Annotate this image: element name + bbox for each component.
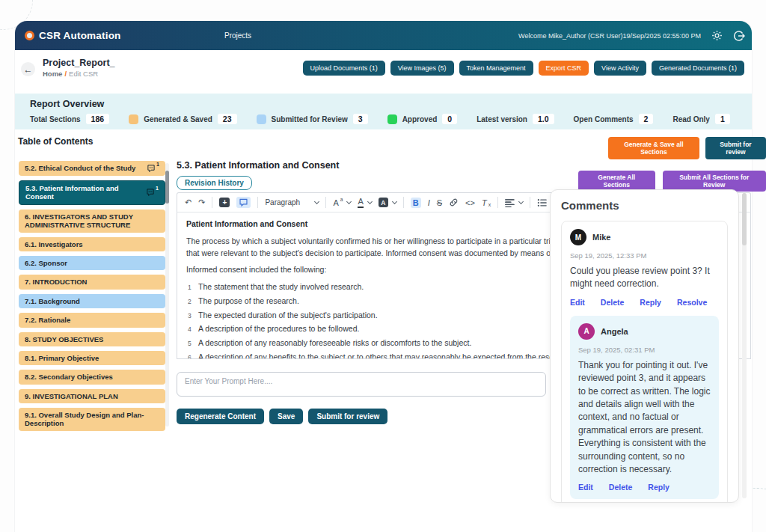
clear-formatting-icon[interactable]: Tx	[482, 198, 491, 207]
stat-read-only: Read Only 1	[672, 114, 729, 124]
table-of-contents: 5.2. Ethical Conduct of the Study 1 5.3.…	[19, 161, 165, 431]
toc-item-8-1[interactable]: 8.1. Primary Objective	[19, 351, 165, 365]
font-color-dropdown[interactable]: A	[358, 198, 371, 208]
brand: CSR Automation	[25, 30, 121, 41]
delete-link[interactable]: Delete	[609, 483, 633, 492]
comment-author: Angela	[601, 327, 628, 336]
welcome-text: Welcome Mike_Author (CSR User)19/Sep/202…	[518, 32, 701, 40]
submit-all-sections-button[interactable]: Submit All Sections for Review	[663, 171, 766, 192]
comment-text: Could you please review point 3? It migh…	[570, 265, 719, 291]
logout-icon[interactable]	[732, 29, 746, 43]
comment-text: Thank you for pointing it out. I've revi…	[578, 359, 711, 477]
avatar: M	[570, 229, 586, 245]
toc-item-7[interactable]: 7. INTRODUCTION	[19, 275, 165, 289]
stat-value: 1	[715, 114, 730, 124]
undo-icon[interactable]: ↶	[185, 198, 192, 207]
toc-item-5-3-selected[interactable]: 5.3. Patient Information and Consent 1	[19, 180, 165, 205]
generate-all-sections-button[interactable]: Generate All Sections	[578, 171, 655, 192]
view-images-button[interactable]: View Images (5)	[390, 61, 454, 76]
reply-link[interactable]: Reply	[648, 483, 670, 492]
stat-value: 186	[86, 114, 110, 124]
toc-item-7-1[interactable]: 7.1. Background	[19, 294, 165, 308]
toc-item-9[interactable]: 9. INVESTIGATIONAL PLAN	[19, 389, 165, 403]
back-button[interactable]: ←	[21, 62, 35, 76]
toc-item-6[interactable]: 6. INVESTIGATORS AND STUDY ADMINISTRATIV…	[19, 210, 165, 233]
submit-for-review-button[interactable]: Submit for review	[705, 137, 766, 159]
panel-scrollbar-thumb[interactable]	[742, 193, 747, 245]
breadcrumb-home[interactable]: Home	[43, 70, 62, 78]
toc-comment-count: 1	[156, 186, 159, 192]
nav-projects-link[interactable]: Projects	[224, 31, 251, 40]
generate-save-all-button[interactable]: Generate & Save all Sections	[608, 137, 699, 159]
edit-link[interactable]: Edit	[570, 298, 585, 307]
token-management-button[interactable]: Token Management	[459, 61, 533, 76]
stat-value: 1.0	[533, 114, 554, 124]
generated-swatch	[129, 114, 138, 124]
comment-bubble-icon	[147, 164, 156, 173]
avatar: A	[578, 323, 595, 340]
align-dropdown[interactable]	[505, 198, 523, 207]
add-comment-icon[interactable]: +	[219, 198, 230, 207]
strikethrough-icon[interactable]: S	[437, 198, 442, 207]
header-actions: Upload Documents (1) View Images (5) Tok…	[303, 61, 744, 76]
toc-comment-count: 1	[156, 162, 159, 168]
submit-section-button[interactable]: Submit for review	[308, 409, 387, 424]
breadcrumb: Home/Edit CSR	[43, 70, 98, 78]
gear-icon[interactable]	[710, 29, 723, 43]
toc-item-9-1[interactable]: 9.1. Overall Study Design and Plan-Descr…	[19, 408, 165, 431]
regenerate-content-button[interactable]: Regenerate Content	[177, 409, 264, 424]
comments-toggle-icon[interactable]	[236, 197, 251, 208]
resolve-link[interactable]: Resolve	[677, 298, 707, 307]
stat-value: 0	[442, 114, 457, 124]
comment-bubble-icon	[146, 188, 155, 197]
code-icon[interactable]: <>	[465, 198, 475, 207]
delete-link[interactable]: Delete	[601, 298, 625, 307]
export-csr-button[interactable]: Export CSR	[539, 61, 589, 76]
toc-item-label: 5.2. Ethical Conduct of the Study	[25, 164, 135, 172]
comment-reply-card: A Angela Sep 19, 2025, 02:31 PM Thank yo…	[570, 316, 719, 500]
italic-icon[interactable]: I	[428, 198, 430, 207]
view-activity-button[interactable]: View Activity	[594, 61, 646, 76]
comment-actions: Edit Delete Reply Resolve	[570, 298, 719, 307]
bullet-list-icon[interactable]	[537, 198, 548, 207]
comments-title: Comments	[561, 199, 728, 212]
approved-swatch	[387, 114, 397, 124]
highlight-color-dropdown[interactable]: A	[379, 198, 396, 207]
page: CSR Automation Projects Welcome Mike_Aut…	[0, 0, 766, 532]
font-size-dropdown[interactable]: Aa	[333, 198, 351, 207]
toc-item-6-2[interactable]: 6.2. Sponsor	[19, 256, 165, 270]
redo-icon[interactable]: ↷	[198, 198, 205, 207]
section-title: 5.3. Patient Information and Consent	[177, 160, 339, 171]
toc-item-5-2[interactable]: 5.2. Ethical Conduct of the Study 1	[19, 161, 165, 176]
stat-approved: Approved 0	[387, 114, 458, 124]
reply-link[interactable]: Reply	[640, 298, 661, 307]
brand-name: CSR Automation	[39, 30, 121, 41]
comment-card: M Mike Sep 19, 2025, 12:33 PM Could you …	[561, 221, 728, 503]
bold-icon[interactable]: B	[411, 198, 421, 208]
comment-actions: Edit Delete Reply	[578, 483, 711, 492]
toc-actions: Generate & Save all Sections Submit for …	[608, 137, 766, 159]
comment-author: Mike	[592, 233, 610, 242]
edit-link[interactable]: Edit	[578, 483, 593, 492]
toc-item-8-2[interactable]: 8.2. Secondary Objectives	[19, 370, 165, 384]
comment-timestamp: Sep 19, 2025, 02:31 PM	[578, 346, 711, 354]
comments-panel: Comments M Mike Sep 19, 2025, 12:33 PM C…	[550, 189, 739, 503]
upload-documents-button[interactable]: Upload Documents (1)	[303, 61, 385, 76]
toc-item-8[interactable]: 8. STUDY OBJECTIVES	[19, 332, 165, 346]
generated-documents-button[interactable]: Generated Documents (1)	[652, 61, 744, 76]
toc-item-label: 5.3. Patient Information and Consent	[25, 184, 143, 201]
stat-value: 23	[218, 114, 237, 124]
save-button[interactable]: Save	[269, 409, 303, 424]
link-icon[interactable]	[449, 198, 459, 207]
chevron-down-icon	[314, 199, 319, 204]
editor-actions: Regenerate Content Save Submit for revie…	[177, 409, 387, 424]
paragraph-style-dropdown[interactable]: Paragraph	[265, 198, 319, 207]
chevron-down-icon	[346, 199, 352, 204]
toc-item-6-1[interactable]: 6.1. Investigators	[19, 237, 165, 251]
revision-history-button[interactable]: Revision History	[177, 176, 252, 190]
breadcrumb-current: Edit CSR	[69, 70, 98, 78]
breadcrumb-separator: /	[62, 70, 69, 78]
prompt-input[interactable]	[177, 372, 546, 397]
toc-item-7-2[interactable]: 7.2. Rationale	[19, 313, 165, 327]
toc-scrollbar-thumb[interactable]	[165, 171, 169, 204]
